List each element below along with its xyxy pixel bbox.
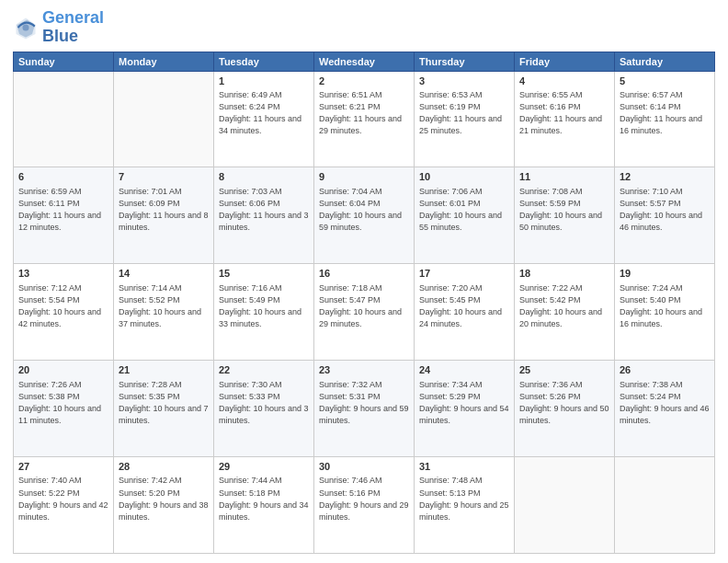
daylight-label: Daylight: 10 hours and 59 minutes. — [319, 211, 402, 232]
sunset-time: 5:47 PM — [349, 295, 381, 304]
calendar-cell: 15 Sunrise: 7:16 AM Sunset: 5:49 PM Dayl… — [214, 264, 314, 361]
sunrise-label: Sunrise: — [219, 187, 252, 196]
day-info: Sunrise: 7:16 AM Sunset: 5:49 PM Dayligh… — [219, 282, 309, 330]
calendar-cell: 24 Sunrise: 7:34 AM Sunset: 5:29 PM Dayl… — [415, 361, 515, 457]
sunrise-time: 7:42 AM — [152, 476, 182, 485]
calendar-cell — [515, 457, 615, 554]
sunrise-label: Sunrise: — [18, 380, 51, 389]
sunrise-label: Sunrise: — [419, 187, 452, 196]
header: GeneralBlue — [13, 9, 715, 46]
day-number: 31 — [419, 460, 509, 474]
sunrise-label: Sunrise: — [119, 380, 152, 389]
sunrise-label: Sunrise: — [620, 380, 653, 389]
sunrise-label: Sunrise: — [620, 187, 653, 196]
calendar-cell: 12 Sunrise: 7:10 AM Sunset: 5:57 PM Dayl… — [615, 167, 715, 264]
sunset-time: 6:04 PM — [349, 199, 381, 208]
calendar-cell: 19 Sunrise: 7:24 AM Sunset: 5:40 PM Dayl… — [615, 264, 715, 361]
daylight-label: Daylight: 9 hours and 25 minutes. — [419, 500, 509, 522]
sunrise-label: Sunrise: — [119, 187, 152, 196]
day-info: Sunrise: 7:14 AM Sunset: 5:52 PM Dayligh… — [119, 282, 209, 330]
sunrise-label: Sunrise: — [219, 380, 252, 389]
sunset-time: 5:45 PM — [449, 295, 481, 304]
day-number: 1 — [219, 75, 309, 88]
sunset-time: 5:22 PM — [49, 488, 80, 498]
sunrise-time: 7:44 AM — [252, 476, 282, 485]
calendar-cell: 30 Sunrise: 7:46 AM Sunset: 5:16 PM Dayl… — [314, 457, 415, 554]
calendar-cell: 29 Sunrise: 7:44 AM Sunset: 5:18 PM Dayl… — [214, 457, 314, 554]
day-number: 23 — [319, 363, 409, 377]
sunset-label: Sunset: — [419, 392, 449, 401]
sunrise-time: 7:20 AM — [452, 283, 483, 293]
sunrise-time: 7:24 AM — [653, 283, 683, 293]
sunset-label: Sunset: — [620, 392, 650, 401]
daylight-label: Daylight: 11 hours and 12 minutes. — [18, 211, 101, 232]
calendar-cell: 26 Sunrise: 7:38 AM Sunset: 5:24 PM Dayl… — [615, 361, 715, 457]
daylight-label: Daylight: 9 hours and 59 minutes. — [319, 404, 409, 425]
daylight-label: Daylight: 10 hours and 16 minutes. — [620, 307, 702, 328]
calendar-week-1: 6 Sunrise: 6:59 AM Sunset: 6:11 PM Dayli… — [14, 167, 715, 264]
sunset-label: Sunset: — [519, 102, 550, 111]
daylight-label: Daylight: 10 hours and 55 minutes. — [419, 211, 502, 232]
sunrise-time: 7:34 AM — [452, 380, 483, 389]
daylight-label: Daylight: 10 hours and 29 minutes. — [319, 307, 402, 328]
calendar-cell: 13 Sunrise: 7:12 AM Sunset: 5:54 PM Dayl… — [14, 264, 114, 361]
sunset-label: Sunset: — [620, 102, 650, 111]
daylight-label: Daylight: 9 hours and 34 minutes. — [219, 500, 309, 522]
calendar-cell: 14 Sunrise: 7:14 AM Sunset: 5:52 PM Dayl… — [114, 264, 214, 361]
sunset-time: 5:24 PM — [650, 392, 681, 401]
day-info: Sunrise: 7:34 AM Sunset: 5:29 PM Dayligh… — [419, 379, 509, 427]
day-number: 30 — [319, 460, 409, 474]
day-number: 18 — [519, 267, 609, 281]
sunrise-time: 7:48 AM — [452, 476, 483, 485]
sunrise-label: Sunrise: — [519, 283, 552, 293]
sunrise-time: 7:14 AM — [152, 283, 182, 293]
day-number: 9 — [319, 170, 409, 184]
day-info: Sunrise: 7:38 AM Sunset: 5:24 PM Dayligh… — [620, 379, 710, 427]
sunset-label: Sunset: — [18, 295, 49, 304]
calendar-cell: 2 Sunrise: 6:51 AM Sunset: 6:21 PM Dayli… — [314, 71, 415, 167]
sunset-label: Sunset: — [219, 199, 249, 208]
daylight-label: Daylight: 9 hours and 46 minutes. — [620, 404, 710, 425]
sunset-label: Sunset: — [519, 392, 550, 401]
daylight-label: Daylight: 11 hours and 21 minutes. — [519, 114, 602, 135]
sunrise-label: Sunrise: — [419, 476, 452, 485]
sunrise-time: 7:12 AM — [51, 283, 82, 293]
weekday-header-tuesday: Tuesday — [214, 52, 314, 71]
sunrise-time: 7:16 AM — [252, 283, 282, 293]
day-info: Sunrise: 7:36 AM Sunset: 5:26 PM Dayligh… — [519, 379, 609, 427]
sunset-time: 5:59 PM — [550, 199, 581, 208]
sunset-label: Sunset: — [419, 199, 449, 208]
calendar-cell: 25 Sunrise: 7:36 AM Sunset: 5:26 PM Dayl… — [515, 361, 615, 457]
daylight-label: Daylight: 10 hours and 37 minutes. — [119, 307, 201, 328]
day-number: 16 — [319, 267, 409, 281]
calendar-cell: 22 Sunrise: 7:30 AM Sunset: 5:33 PM Dayl… — [214, 361, 314, 457]
sunset-time: 5:40 PM — [650, 295, 681, 304]
daylight-label: Daylight: 9 hours and 29 minutes. — [319, 500, 409, 522]
daylight-label: Daylight: 9 hours and 50 minutes. — [519, 404, 609, 425]
day-number: 26 — [620, 363, 710, 377]
sunrise-time: 7:26 AM — [51, 380, 82, 389]
daylight-label: Daylight: 10 hours and 42 minutes. — [18, 307, 101, 328]
sunrise-label: Sunrise: — [519, 380, 552, 389]
day-number: 6 — [18, 170, 108, 184]
sunset-time: 5:26 PM — [550, 392, 581, 401]
sunrise-time: 7:46 AM — [352, 476, 382, 485]
sunset-label: Sunset: — [620, 295, 650, 304]
calendar-cell: 27 Sunrise: 7:40 AM Sunset: 5:22 PM Dayl… — [14, 457, 114, 554]
day-number: 19 — [620, 267, 710, 281]
calendar-week-2: 13 Sunrise: 7:12 AM Sunset: 5:54 PM Dayl… — [14, 264, 715, 361]
day-info: Sunrise: 7:42 AM Sunset: 5:20 PM Dayligh… — [119, 475, 209, 523]
sunrise-time: 7:38 AM — [653, 380, 683, 389]
calendar-cell: 10 Sunrise: 7:06 AM Sunset: 6:01 PM Dayl… — [415, 167, 515, 264]
day-info: Sunrise: 6:49 AM Sunset: 6:24 PM Dayligh… — [219, 89, 309, 137]
day-number: 11 — [519, 170, 609, 184]
day-info: Sunrise: 7:03 AM Sunset: 6:06 PM Dayligh… — [219, 186, 309, 234]
day-number: 13 — [18, 267, 108, 281]
weekday-header-sunday: Sunday — [14, 52, 114, 71]
day-number: 21 — [119, 363, 209, 377]
calendar-cell: 21 Sunrise: 7:28 AM Sunset: 5:35 PM Dayl… — [114, 361, 214, 457]
sunrise-time: 7:40 AM — [51, 476, 82, 485]
sunset-label: Sunset: — [319, 392, 349, 401]
sunrise-label: Sunrise: — [519, 187, 552, 196]
sunrise-label: Sunrise: — [219, 90, 252, 99]
